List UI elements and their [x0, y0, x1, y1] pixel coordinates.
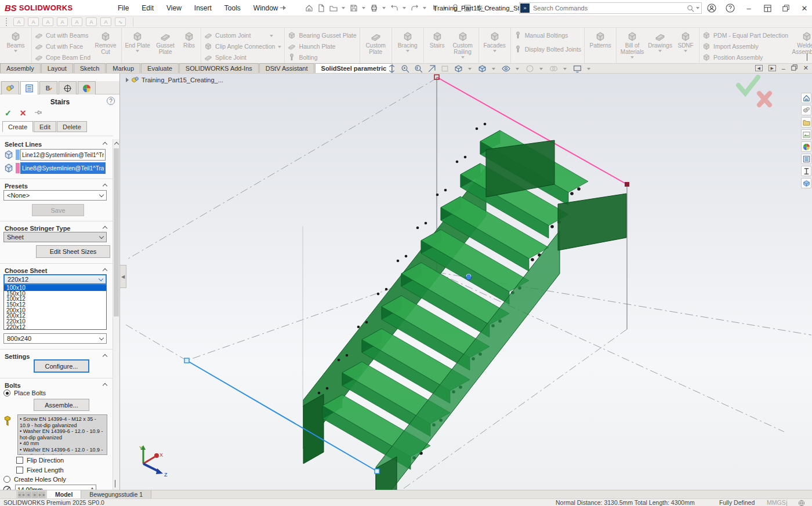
home-tab-icon[interactable]	[801, 93, 811, 103]
gusset-plate-button[interactable]: Gusset Plate	[153, 30, 178, 55]
custom-railing-caret[interactable]	[461, 56, 465, 59]
panel-scrollbar[interactable]	[113, 139, 119, 490]
sheet-collapse-chevron[interactable]	[103, 268, 107, 273]
hide-show-caret[interactable]	[516, 68, 519, 70]
cut-with-beams-button[interactable]: Cut with Beams	[35, 31, 90, 40]
presets-collapse-chevron[interactable]	[103, 184, 107, 188]
appearance-caret[interactable]	[539, 68, 543, 70]
import-assembly-button[interactable]: Import Assembly	[702, 42, 788, 51]
tab-dstv-assistant[interactable]: DStV Assistant	[259, 63, 314, 73]
undo-dropdown-caret[interactable]	[403, 7, 406, 9]
place-bolts-radio[interactable]	[3, 389, 10, 396]
hide-show-items-icon[interactable]	[502, 64, 510, 73]
drawings-button[interactable]: Drawings	[647, 30, 673, 52]
zoom-to-fit-icon[interactable]	[387, 64, 396, 73]
bracing-caret[interactable]	[406, 50, 409, 52]
tab-solidsteel-parametric[interactable]: SolidSteel parametric	[315, 63, 393, 73]
flip-direction-checkbox[interactable]	[16, 457, 23, 464]
clip-angle-caret[interactable]	[278, 46, 281, 48]
undo-button[interactable]	[390, 3, 400, 13]
weld-symbol-icon[interactable]: A	[100, 17, 111, 26]
steel-profiles-icon[interactable]	[801, 166, 811, 176]
custom-railing-button[interactable]: Custom Railing	[450, 30, 476, 59]
units-selector[interactable]: MMGS	[767, 499, 786, 506]
sheet-option[interactable]: 220x12	[4, 325, 106, 330]
linked-note-icon[interactable]: A	[42, 17, 53, 26]
menu-tools[interactable]: Tools	[224, 4, 241, 12]
units-caret[interactable]	[786, 502, 787, 506]
tab-scroll-first[interactable]: ◄◄	[18, 492, 24, 498]
view-settings-icon[interactable]	[573, 64, 582, 73]
tab-evaluate[interactable]: Evaluate	[141, 63, 179, 73]
pdm-equal-part-detection-button[interactable]: PDM - Equal Part Detection	[702, 31, 788, 40]
3d-scene[interactable]: Y X Z	[120, 74, 812, 490]
open-button[interactable]	[329, 3, 339, 13]
assemble-button[interactable]: Assemble...	[34, 399, 89, 411]
cut-with-face-button[interactable]: Cut with Face	[35, 42, 90, 51]
stringer-type-dropdown[interactable]: Sheet	[3, 232, 107, 242]
stairs-button[interactable]: Stairs	[427, 30, 448, 49]
surface-finish-icon[interactable]: ∿	[115, 17, 126, 26]
diameter-input[interactable]	[15, 485, 96, 490]
end-plate-button[interactable]: End Plate	[125, 30, 150, 52]
cancel-button[interactable]: ✕	[20, 108, 27, 118]
zoom-to-area-icon[interactable]	[401, 64, 409, 73]
edit-sheet-sizes-button[interactable]: Edit Sheet Sizes	[36, 245, 110, 258]
magnetic-line-icon[interactable]: A	[86, 17, 97, 26]
drawings-caret[interactable]	[658, 50, 662, 52]
presets-dropdown[interactable]: <None>	[3, 190, 107, 201]
view-palette-icon[interactable]	[801, 129, 811, 140]
create-holes-only-radio[interactable]	[3, 476, 10, 483]
haunch-plate-button[interactable]: Haunch Plate	[288, 42, 356, 51]
pin-button[interactable]	[34, 109, 43, 117]
doc-restore-button[interactable]	[791, 64, 798, 72]
ribbon-collapse-chevron[interactable]	[807, 54, 807, 61]
bolts-collapse-chevron[interactable]	[103, 383, 107, 388]
appearances-scenes-icon[interactable]	[801, 141, 811, 152]
configure-button[interactable]: Configure...	[34, 359, 89, 373]
stringer-collapse-chevron[interactable]	[103, 226, 107, 231]
fixed-length-checkbox[interactable]	[16, 467, 23, 474]
custom-joint-button[interactable]: Custom Joint	[204, 31, 281, 40]
tags-icon[interactable]	[798, 500, 805, 506]
doc-minimize-button[interactable]: –	[782, 65, 785, 72]
search-commands-box[interactable]: »	[519, 2, 702, 14]
doc-close-button[interactable]: ✕	[803, 64, 809, 72]
custom-plate-button[interactable]: Custom Plate	[363, 30, 389, 55]
model-tab[interactable]: Model	[47, 490, 81, 498]
sheet-size-2-dropdown[interactable]: 800x240	[3, 333, 107, 344]
pane-right-button[interactable]: ▶	[768, 65, 776, 71]
close-button[interactable]: ✕	[799, 3, 810, 13]
sdnf-caret[interactable]	[684, 50, 687, 52]
display-style-caret[interactable]	[492, 68, 495, 70]
custom-joint-caret[interactable]	[270, 35, 273, 37]
line2-input[interactable]	[20, 162, 106, 174]
view-settings-caret[interactable]	[587, 68, 590, 70]
tab-scroll-buttons[interactable]: ◄◄ ◄ ► ►►	[16, 490, 47, 498]
tab-scroll-prev[interactable]: ◄	[25, 492, 31, 498]
pin-menu-icon[interactable]	[278, 3, 288, 13]
toolbar-drag-handle[interactable]	[6, 18, 8, 26]
facades-button[interactable]: Facades	[482, 30, 507, 52]
open-dropdown-caret[interactable]	[342, 7, 345, 9]
bearing-gusset-plate-button[interactable]: Bearing Gusset Plate	[288, 31, 356, 40]
scene-caret[interactable]	[563, 68, 567, 70]
tab-sketch[interactable]: Sketch	[74, 63, 106, 73]
tab-solidworks-add-ins[interactable]: SOLIDWORKS Add-Ins	[179, 63, 259, 73]
search-scope-icon[interactable]: »	[520, 3, 530, 13]
help-icon[interactable]	[725, 3, 735, 13]
display-style-icon[interactable]	[478, 64, 487, 73]
motion-study-tab[interactable]: Bewegungsstudie 1	[81, 490, 151, 498]
design-library-icon[interactable]	[801, 105, 811, 115]
delete-tab[interactable]: Delete	[57, 121, 87, 132]
manual-boltings-button[interactable]: Manual Boltings	[514, 31, 581, 40]
menu-file[interactable]: File	[118, 4, 129, 12]
graphics-viewport[interactable]: Y X Z Training_Part15_Creating_...	[120, 74, 812, 490]
display-bolted-joints-button[interactable]: Display Bolted Joints	[514, 45, 581, 54]
restore-button[interactable]	[781, 3, 791, 13]
sheet-dropdown[interactable]: 220x12	[3, 274, 107, 285]
edit-tab[interactable]: Edit	[34, 121, 56, 132]
select-lines-collapse-chevron[interactable]	[103, 142, 107, 147]
remove-cut-button[interactable]: Remove Cut	[93, 30, 118, 55]
appearances-tab[interactable]	[78, 81, 96, 94]
